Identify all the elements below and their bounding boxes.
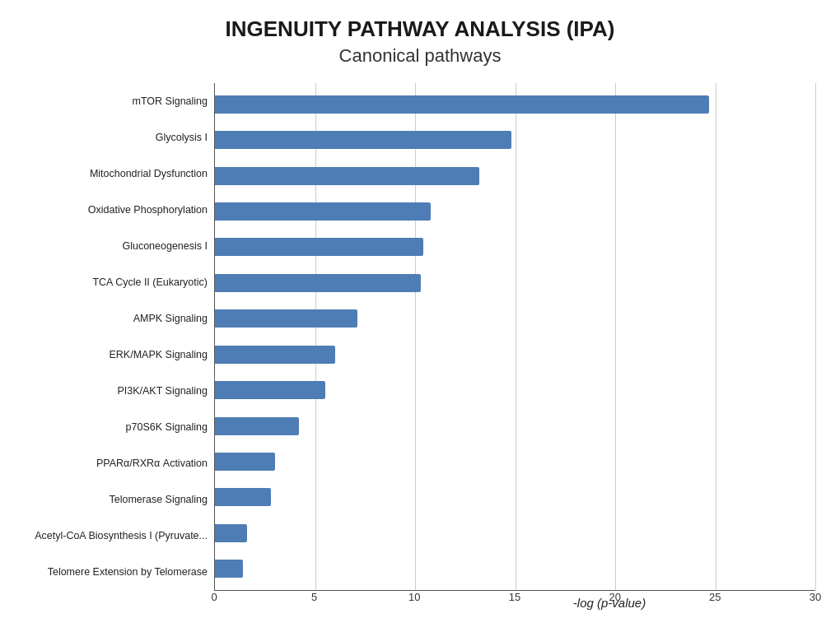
y-label: Telomerase Signaling [109,488,208,513]
bar-row [215,128,815,151]
y-label: Gluconeogenesis I [122,234,208,258]
bar-row [215,307,815,330]
bar [215,524,247,542]
bars-column [215,83,815,590]
x-tick-label: 5 [311,591,317,603]
bar [215,95,709,114]
bar-row [215,522,815,545]
x-tick-label: 15 [509,591,520,603]
x-axis-label: -log (p-value) [214,596,840,610]
bar [215,560,243,578]
y-label: Mitochondrial Dysfunction [90,161,208,186]
bar-row [215,235,815,258]
y-label: PI3K/AKT Signaling [117,379,208,404]
bar [215,167,479,185]
bar [215,453,275,471]
bar [215,346,335,364]
bar [215,202,431,221]
bottom-area: 051015202530 -log (p-value) [25,591,815,610]
y-label: mTOR Signaling [133,89,208,114]
x-tick-label: 30 [810,591,821,603]
y-label: PPARα/RXRα Activation [96,452,208,476]
bar [215,274,421,292]
y-label: Telomere Extension by Telomerase [48,560,208,585]
bar-row [215,486,815,509]
x-tick-label: 10 [408,591,420,603]
bar [215,131,511,149]
x-tick-label: 0 [211,591,217,603]
y-label: p70S6K Signaling [126,416,208,440]
bar-row [215,343,815,366]
bar-row [215,415,815,438]
bar-row [215,165,815,188]
bar-row [215,379,815,402]
main-title: INGENUITY PATHWAY ANALYSIS (IPA) [226,16,615,42]
bar [215,488,271,506]
y-label: Glycolysis I [156,125,208,150]
bar-row [215,272,815,295]
y-label: TCA Cycle II (Eukaryotic) [92,270,208,295]
chart-container: mTOR SignalingGlycolysis IMitochondrial … [25,83,815,610]
y-axis-labels: mTOR SignalingGlycolysis IMitochondrial … [25,83,214,591]
y-label: Acetyl-CoA Biosynthesis I (Pyruvate... [35,524,208,549]
y-label: ERK/MAPK Signaling [109,342,208,367]
bar-row [215,200,815,223]
y-label: Oxidative Phosphorylation [88,197,208,222]
grid-line [815,83,816,590]
x-tick-label: 20 [609,591,620,603]
bar [215,238,423,256]
sub-title: Canonical pathways [339,45,502,67]
bars-grid [214,83,815,591]
bar-row [215,557,815,580]
chart-area: mTOR SignalingGlycolysis IMitochondrial … [25,83,815,591]
bar-row [215,93,815,116]
x-tick-label: 25 [709,591,721,603]
bar [215,417,299,435]
bar-row [215,450,815,473]
y-label: AMPK Signaling [133,306,208,331]
bar [215,381,325,399]
bar [215,309,357,328]
